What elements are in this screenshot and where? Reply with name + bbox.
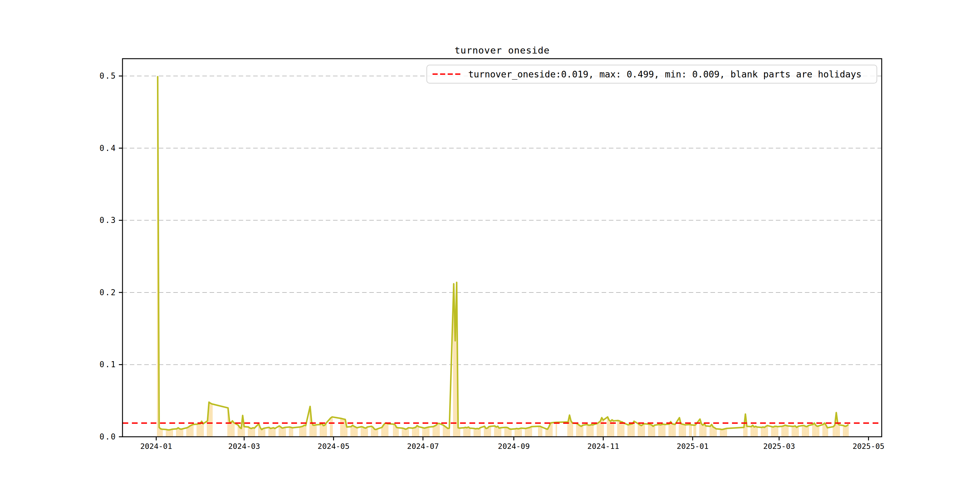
x-tick-label: 2024-09 <box>498 442 530 451</box>
daily-turnover-bars <box>157 77 849 437</box>
y-tick-label: 0.5 <box>100 72 116 80</box>
y-tick-label: 0.2 <box>100 288 116 297</box>
x-tick-label: 2024-03 <box>228 442 260 451</box>
x-tick-label: 2024-07 <box>407 442 439 451</box>
figure: 0.00.10.20.30.40.52024-012024-032024-052… <box>0 0 980 490</box>
legend-label: turnover_oneside:0.019, max: 0.499, min:… <box>468 69 861 80</box>
y-tick-label: 0.1 <box>100 360 116 369</box>
x-tick-label: 2025-05 <box>853 442 885 451</box>
legend-dash-swatch-icon <box>432 73 461 76</box>
x-tick-label: 2025-01 <box>677 442 708 451</box>
y-tick-label: 0.0 <box>100 432 116 441</box>
x-tick-label: 2024-05 <box>318 442 349 451</box>
turnover-line <box>158 77 848 430</box>
chart-title: turnover oneside <box>455 45 550 56</box>
y-tick-label: 0.4 <box>100 144 116 153</box>
legend: turnover_oneside:0.019, max: 0.499, min:… <box>426 65 877 83</box>
x-tick-label: 2024-11 <box>587 442 619 451</box>
y-tick-label: 0.3 <box>100 216 116 225</box>
x-tick-label: 2025-03 <box>763 442 795 451</box>
x-tick-label: 2024-01 <box>140 442 172 451</box>
plot-border <box>123 59 882 437</box>
